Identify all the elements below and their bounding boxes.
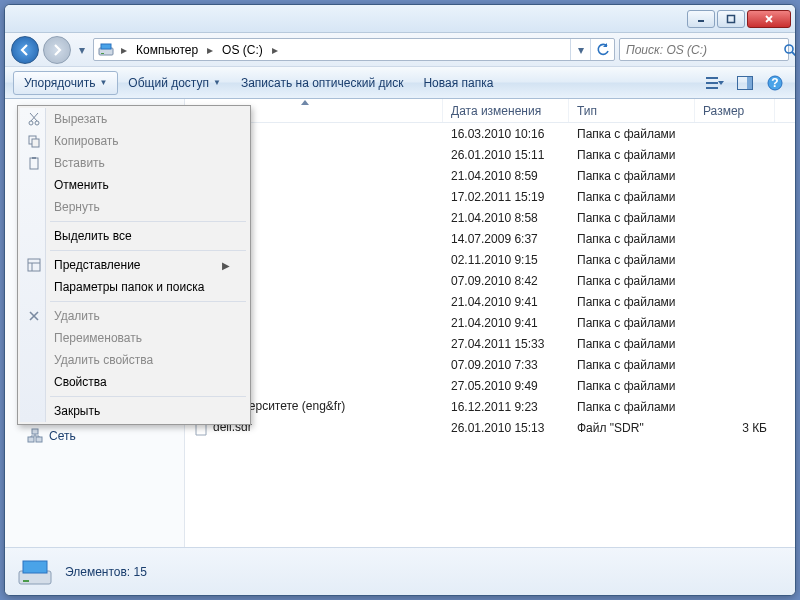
nav-row: ▾ ▸ Компьютер ▸ OS (C:) ▸ ▾	[5, 33, 795, 67]
table-row[interactable]: лет07.09.2010 7:33Папка с файлами	[185, 354, 795, 375]
address-dropdown[interactable]: ▾	[570, 39, 590, 60]
menu-item: Переименовать	[20, 327, 248, 349]
table-row[interactable]: 21.04.2010 9:41Папка с файлами	[185, 291, 795, 312]
network-icon	[27, 428, 43, 444]
menu-item[interactable]: Представление▶	[20, 254, 248, 276]
menu-item-label: Вставить	[54, 156, 105, 170]
chevron-right-icon[interactable]: ▸	[204, 39, 216, 60]
column-size[interactable]: Размер	[695, 99, 775, 122]
delete-icon	[26, 308, 42, 324]
minimize-button[interactable]	[687, 10, 715, 28]
menu-item-label: Закрыть	[54, 404, 100, 418]
table-row[interactable]: 27.04.2011 15:33Папка с файлами	[185, 333, 795, 354]
drive-icon	[98, 42, 114, 58]
svg-text:?: ?	[771, 76, 778, 90]
table-row[interactable]: 14.07.2009 6:37Папка с файлами	[185, 228, 795, 249]
help-button[interactable]: ?	[763, 71, 787, 95]
refresh-button[interactable]	[590, 39, 614, 60]
menu-item[interactable]: Параметры папок и поиска	[20, 276, 248, 298]
svg-point-20	[29, 121, 33, 125]
svg-line-6	[792, 52, 796, 56]
breadcrumb-drive[interactable]: OS (C:)	[216, 39, 269, 60]
svg-rect-8	[706, 82, 718, 84]
menu-item-label: Параметры папок и поиска	[54, 280, 204, 294]
status-bar: Элементов: 15	[5, 547, 795, 595]
table-row[interactable]: 21.04.2010 9:41Папка с файлами	[185, 312, 795, 333]
search-icon[interactable]	[783, 43, 796, 57]
svg-point-21	[35, 121, 39, 125]
explorer-window: ▾ ▸ Компьютер ▸ OS (C:) ▸ ▾ Упорядочить▼…	[4, 4, 796, 596]
sidebar-item-label: Сеть	[49, 429, 76, 443]
view-options-button[interactable]	[703, 71, 727, 95]
table-row[interactable]: 16.03.2010 10:16Папка с файлами	[185, 123, 795, 144]
cut-icon	[26, 111, 42, 127]
chevron-right-icon[interactable]: ▸	[269, 39, 281, 60]
svg-rect-11	[747, 77, 752, 89]
svg-rect-7	[706, 77, 718, 79]
svg-rect-9	[706, 87, 718, 89]
menu-item[interactable]: Закрыть	[20, 400, 248, 422]
copy-icon	[26, 133, 42, 149]
svg-rect-19	[23, 580, 29, 582]
menu-item-label: Свойства	[54, 375, 107, 389]
svg-rect-16	[32, 429, 38, 434]
back-button[interactable]	[11, 36, 39, 64]
organize-button[interactable]: Упорядочить▼	[13, 71, 118, 95]
menu-item: Копировать	[20, 130, 248, 152]
menu-item[interactable]: Выделить все	[20, 225, 248, 247]
column-headers: Имя Дата изменения Тип Размер	[185, 99, 795, 123]
menu-item[interactable]: Свойства	[20, 371, 248, 393]
sidebar-item-network[interactable]: Сеть	[5, 425, 184, 447]
status-count: Элементов: 15	[65, 565, 147, 579]
svg-rect-1	[728, 15, 735, 22]
table-row[interactable]: атели27.05.2010 9:49Папка с файлами	[185, 375, 795, 396]
search-box[interactable]	[619, 38, 789, 61]
table-row[interactable]: dell.sdr26.01.2010 15:13Файл "SDR"3 КБ	[185, 417, 795, 438]
svg-point-5	[785, 45, 793, 53]
preview-pane-button[interactable]	[733, 71, 757, 95]
titlebar	[5, 5, 795, 33]
table-row[interactable]: 21.04.2010 8:59Папка с файлами	[185, 165, 795, 186]
menu-item-label: Выделить все	[54, 229, 132, 243]
table-row[interactable]: Files02.11.2010 9:15Папка с файлами	[185, 249, 795, 270]
menu-item-label: Копировать	[54, 134, 119, 148]
new-folder-button[interactable]: Новая папка	[413, 71, 503, 95]
svg-rect-25	[32, 157, 36, 159]
paste-icon	[26, 155, 42, 171]
address-bar[interactable]: ▸ Компьютер ▸ OS (C:) ▸ ▾	[93, 38, 615, 61]
table-row[interactable]: he21.04.2010 8:58Папка с файлами	[185, 207, 795, 228]
svg-rect-3	[101, 44, 111, 49]
svg-rect-24	[30, 158, 38, 169]
table-row[interactable]: 26.01.2010 15:11Папка с файлами	[185, 144, 795, 165]
menu-item-label: Удалить	[54, 309, 100, 323]
close-button[interactable]	[747, 10, 791, 28]
svg-rect-18	[23, 561, 47, 573]
menu-item-label: Представление	[54, 258, 141, 272]
menu-item-label: Отменить	[54, 178, 109, 192]
share-button[interactable]: Общий доступ▼	[118, 71, 231, 95]
burn-button[interactable]: Записать на оптический диск	[231, 71, 414, 95]
menu-item: Вырезать	[20, 108, 248, 130]
table-row[interactable]: Data07.09.2010 8:42Папка с файлами	[185, 270, 795, 291]
svg-rect-26	[28, 259, 40, 271]
menu-item: Удалить	[20, 305, 248, 327]
column-type[interactable]: Тип	[569, 99, 695, 122]
forward-button[interactable]	[43, 36, 71, 64]
svg-rect-4	[101, 53, 104, 54]
file-list: Имя Дата изменения Тип Размер 16.03.2010…	[185, 99, 795, 547]
menu-item: Вставить	[20, 152, 248, 174]
table-row[interactable]: б университете (eng&fr)16.12.2011 9:23Па…	[185, 396, 795, 417]
column-date[interactable]: Дата изменения	[443, 99, 569, 122]
menu-item[interactable]: Отменить	[20, 174, 248, 196]
menu-item-label: Переименовать	[54, 331, 142, 345]
menu-item-label: Вернуть	[54, 200, 100, 214]
nav-history-dropdown[interactable]: ▾	[75, 37, 89, 63]
breadcrumb-computer[interactable]: Компьютер	[130, 39, 204, 60]
chevron-right-icon[interactable]: ▸	[118, 39, 130, 60]
table-row[interactable]: 17.02.2011 15:19Папка с файлами	[185, 186, 795, 207]
chevron-right-icon: ▶	[222, 260, 230, 271]
menu-item: Вернуть	[20, 196, 248, 218]
organize-menu: ВырезатьКопироватьВставитьОтменитьВернут…	[17, 105, 251, 425]
maximize-button[interactable]	[717, 10, 745, 28]
search-input[interactable]	[620, 43, 783, 57]
